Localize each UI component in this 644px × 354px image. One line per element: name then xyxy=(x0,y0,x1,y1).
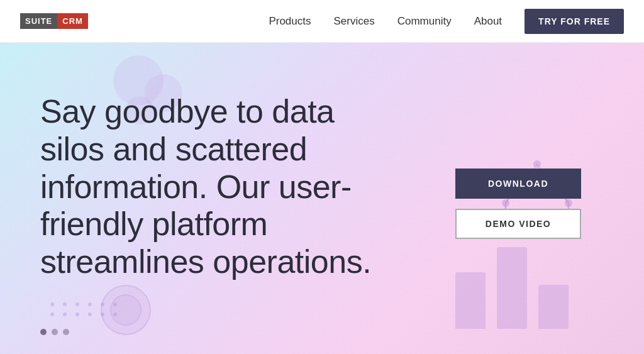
dot xyxy=(63,302,67,306)
dot xyxy=(75,302,79,306)
slide-indicator-1[interactable] xyxy=(40,329,47,335)
slide-indicator-3[interactable] xyxy=(63,329,69,335)
slide-indicator-2[interactable] xyxy=(52,329,58,335)
logo-crm-text: CRM xyxy=(57,13,88,29)
dot xyxy=(50,313,54,316)
logo-suite-text: SUITE xyxy=(20,13,57,29)
dot xyxy=(63,313,67,316)
dot xyxy=(75,313,79,316)
nav-community[interactable]: Community xyxy=(397,15,452,28)
demo-video-button[interactable]: DEMO VIDEO xyxy=(455,209,581,239)
download-button[interactable]: DOWNLOAD xyxy=(455,169,581,199)
try-for-free-button[interactable]: TRY FOR FREE xyxy=(525,9,624,34)
dot xyxy=(50,302,54,306)
svg-point-4 xyxy=(533,160,541,168)
dot xyxy=(88,313,92,316)
header: SUITE CRM Products Services Community Ab… xyxy=(0,0,644,43)
logo[interactable]: SUITE CRM xyxy=(20,13,88,29)
main-nav: Products Services Community About TRY FO… xyxy=(269,9,624,34)
bar-2 xyxy=(497,247,527,329)
nav-about[interactable]: About xyxy=(474,15,502,28)
dot xyxy=(88,302,92,306)
deco-crm-inner-circle xyxy=(110,294,142,326)
bar-1 xyxy=(455,272,486,329)
hero-content: Say goodbye to data silos and scattered … xyxy=(40,93,405,281)
bar-3 xyxy=(538,285,569,329)
slide-indicators xyxy=(40,329,69,335)
cta-buttons: DOWNLOAD DEMO VIDEO xyxy=(455,169,581,239)
nav-services[interactable]: Services xyxy=(334,15,375,28)
hero-section: Say goodbye to data silos and scattered … xyxy=(0,43,644,354)
bar-chart xyxy=(455,247,569,329)
nav-products[interactable]: Products xyxy=(269,15,311,28)
hero-heading: Say goodbye to data silos and scattered … xyxy=(40,93,405,281)
